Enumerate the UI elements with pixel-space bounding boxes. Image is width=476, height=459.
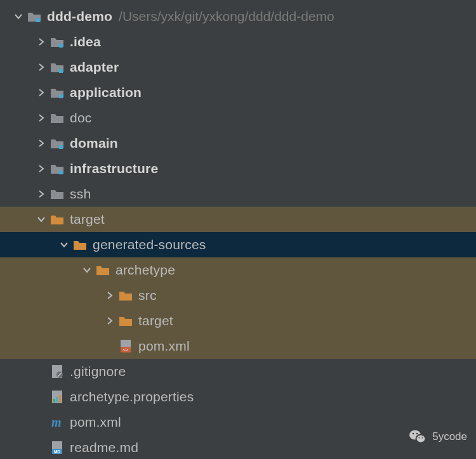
svg-rect-14 bbox=[56, 397, 58, 403]
module-folder-icon bbox=[27, 9, 42, 24]
svg-rect-1 bbox=[59, 44, 63, 48]
tree-row[interactable]: ssh bbox=[0, 181, 476, 207]
arrow-spacer bbox=[103, 339, 117, 353]
svg-rect-2 bbox=[59, 69, 63, 73]
module-folder-icon bbox=[50, 85, 65, 100]
arrow-spacer bbox=[34, 390, 48, 404]
svg-rect-5 bbox=[59, 171, 63, 174]
tree-item-label: infrastructure bbox=[70, 161, 158, 176]
tree-row[interactable]: adapter bbox=[0, 55, 476, 80]
tree-item-label: archetype bbox=[116, 262, 175, 278]
chevron-right-icon[interactable] bbox=[34, 187, 48, 201]
folder-orange-icon bbox=[118, 313, 133, 328]
folder-orange-icon bbox=[95, 262, 110, 278]
tree-row[interactable]: generated-sources bbox=[0, 232, 476, 257]
tree-row[interactable]: <>pom.xml bbox=[0, 333, 476, 359]
svg-rect-3 bbox=[59, 94, 63, 98]
tree-item-label: src bbox=[138, 288, 157, 303]
tree-row[interactable]: target bbox=[0, 308, 476, 333]
tree-item-label: pom.xml bbox=[70, 415, 121, 430]
chevron-right-icon[interactable] bbox=[103, 314, 117, 328]
tree-item-label: .idea bbox=[70, 34, 101, 49]
tree-item-label: target bbox=[138, 313, 173, 328]
tree-item-label: readme.md bbox=[70, 440, 138, 455]
arrow-spacer bbox=[34, 415, 48, 429]
tree-item-label: adapter bbox=[70, 60, 119, 75]
chevron-right-icon[interactable] bbox=[34, 60, 48, 74]
tree-item-label: domain bbox=[70, 136, 118, 151]
wechat-icon bbox=[408, 427, 427, 446]
svg-text:m: m bbox=[51, 415, 62, 429]
svg-point-22 bbox=[413, 433, 414, 435]
tree-row[interactable]: doc bbox=[0, 105, 476, 131]
tree-item-label: generated-sources bbox=[93, 237, 206, 252]
svg-rect-13 bbox=[53, 399, 55, 403]
tree-row[interactable]: application bbox=[0, 80, 476, 105]
arrow-spacer bbox=[34, 365, 48, 378]
tree-row[interactable]: domain bbox=[0, 131, 476, 156]
gitignore-file-icon bbox=[50, 364, 65, 379]
svg-text:MD: MD bbox=[54, 449, 60, 454]
tree-row[interactable]: archetype.properties bbox=[0, 384, 476, 410]
svg-point-25 bbox=[422, 437, 423, 439]
svg-rect-0 bbox=[36, 18, 40, 22]
watermark: 5ycode bbox=[408, 427, 467, 446]
tree-row[interactable]: MDreadme.md bbox=[0, 435, 476, 459]
module-folder-icon bbox=[50, 161, 65, 176]
chevron-down-icon[interactable] bbox=[11, 10, 25, 23]
chevron-right-icon[interactable] bbox=[34, 111, 48, 125]
module-folder-icon bbox=[50, 136, 65, 151]
xml-file-icon: <> bbox=[118, 339, 133, 354]
chevron-right-icon[interactable] bbox=[34, 162, 48, 176]
chevron-right-icon[interactable] bbox=[34, 86, 48, 100]
chevron-right-icon[interactable] bbox=[103, 288, 117, 302]
tree-item-label: ssh bbox=[70, 186, 91, 202]
module-folder-icon bbox=[50, 60, 65, 75]
folder-orange-icon bbox=[118, 288, 133, 303]
chevron-down-icon[interactable] bbox=[80, 263, 94, 277]
tree-item-label: ddd-demo bbox=[47, 9, 112, 24]
arrow-spacer bbox=[34, 441, 48, 455]
props-file-icon bbox=[50, 389, 65, 404]
tree-item-label: .gitignore bbox=[70, 364, 126, 379]
tree-row[interactable]: archetype bbox=[0, 257, 476, 283]
tree-row[interactable]: infrastructure bbox=[0, 156, 476, 181]
tree-row[interactable]: .idea bbox=[0, 29, 476, 55]
svg-rect-4 bbox=[59, 145, 63, 149]
chevron-down-icon[interactable] bbox=[57, 238, 71, 252]
folder-grey-icon bbox=[50, 110, 65, 126]
maven-file-icon: m bbox=[50, 415, 65, 430]
svg-point-24 bbox=[419, 437, 420, 439]
tree-row[interactable]: .gitignore bbox=[0, 359, 476, 384]
tree-row[interactable]: src bbox=[0, 283, 476, 308]
chevron-down-icon[interactable] bbox=[34, 212, 48, 226]
tree-row[interactable]: target bbox=[0, 207, 476, 232]
chevron-right-icon[interactable] bbox=[34, 35, 48, 49]
tree-item-label: application bbox=[70, 85, 142, 100]
svg-point-23 bbox=[416, 433, 418, 435]
tree-row[interactable]: mpom.xml bbox=[0, 410, 476, 435]
tree-item-label: doc bbox=[70, 110, 91, 126]
chevron-right-icon[interactable] bbox=[34, 136, 48, 150]
folder-orange-icon bbox=[50, 212, 65, 227]
tree-item-label: pom.xml bbox=[138, 339, 190, 354]
folder-orange-icon bbox=[72, 237, 88, 252]
svg-point-21 bbox=[416, 435, 426, 443]
folder-grey-icon bbox=[50, 186, 65, 202]
md-file-icon: MD bbox=[50, 440, 65, 455]
project-tree: ddd-demo /Users/yxk/git/yxkong/ddd/ddd-d… bbox=[0, 0, 476, 459]
svg-rect-15 bbox=[59, 395, 61, 403]
watermark-label: 5ycode bbox=[432, 430, 467, 443]
svg-text:<>: <> bbox=[123, 347, 128, 352]
module-folder-icon bbox=[50, 34, 65, 49]
tree-row-root[interactable]: ddd-demo /Users/yxk/git/yxkong/ddd/ddd-d… bbox=[0, 4, 476, 29]
project-path: /Users/yxk/git/yxkong/ddd/ddd-demo bbox=[119, 9, 334, 24]
tree-item-label: target bbox=[70, 212, 105, 227]
tree-item-label: archetype.properties bbox=[70, 389, 194, 404]
